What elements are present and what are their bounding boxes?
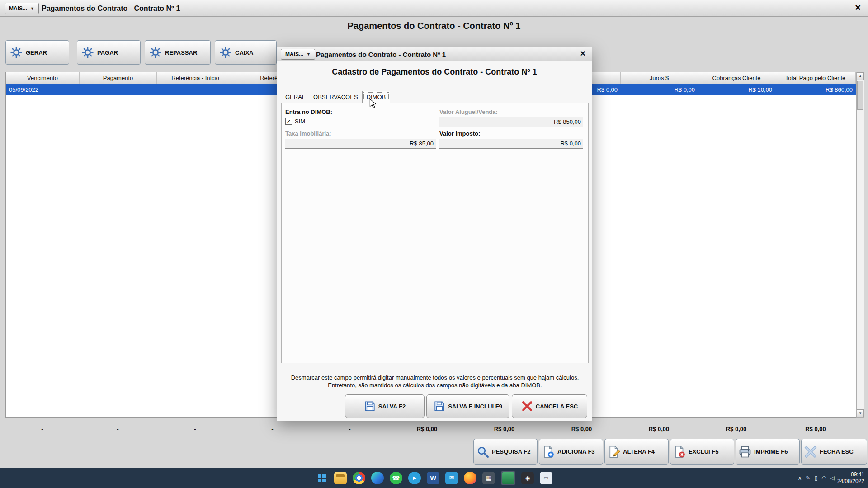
adiciona-button[interactable]: ADICIONA F3	[539, 439, 603, 465]
column-header-juros[interactable]: Juros $	[621, 72, 698, 84]
valor-aluguel-field[interactable]: R$ 850,00	[439, 117, 583, 127]
total-5: R$ 0,00	[388, 423, 466, 435]
edge-icon[interactable]	[371, 472, 384, 484]
salva-button[interactable]: SALVA F2	[345, 394, 425, 418]
caixa-label: CAIXA	[235, 49, 253, 56]
tab-geral[interactable]: GERAL	[281, 91, 309, 103]
pesquisa-button[interactable]: PESQUISA F2	[473, 439, 538, 465]
window-titlebar: MAIS... ▼ Pagamentos do Contrato - Contr…	[0, 0, 868, 17]
erp-app-icon[interactable]	[502, 472, 514, 484]
totals-row: - - - - - R$ 0,00 R$ 0,00 R$ 0,00 R$ 0,0…	[5, 423, 856, 435]
volume-icon[interactable]: ◁	[830, 475, 835, 481]
salva-e-inclui-button[interactable]: SALVA E INCLUI F9	[426, 394, 509, 418]
mais-label: MAIS...	[9, 5, 27, 12]
payment-dialog: MAIS... ▼ Pagamentos do Contrato - Contr…	[277, 47, 592, 421]
firefox-icon[interactable]	[464, 472, 476, 484]
column-header-cobrancas-cliente[interactable]: Cobranças Cliente	[698, 72, 775, 84]
column-header-vencimento[interactable]: Vencimento	[6, 72, 80, 84]
imprime-button[interactable]: IMPRIME F6	[736, 439, 800, 465]
mais-dropdown-button[interactable]: MAIS... ▼	[5, 3, 39, 14]
entra-no-dimob-label: Entra no DIMOB:	[285, 108, 332, 115]
valor-aluguel-label: Valor Aluguel/Venda:	[439, 108, 498, 115]
word-icon[interactable]: W	[427, 472, 439, 484]
pesquisa-label: PESQUISA F2	[492, 448, 530, 455]
column-header-referencia-inicio[interactable]: Referência - Início	[157, 72, 234, 84]
tab-observacoes[interactable]: OBSERVAÇÕES	[309, 91, 362, 103]
search-icon	[476, 445, 490, 459]
scroll-down-icon[interactable]: ▼	[857, 409, 864, 417]
pen-icon[interactable]: ✎	[806, 475, 811, 481]
network-icon[interactable]: ◠	[821, 475, 826, 481]
hidden-icons-icon[interactable]: ∧	[798, 475, 802, 481]
column-header-pagamento[interactable]: Pagamento	[80, 72, 157, 84]
gear-icon	[220, 47, 231, 58]
telegram-icon[interactable]: ▶	[408, 472, 421, 484]
total-referencia-inicio: -	[156, 423, 234, 435]
total-pagamento: -	[79, 423, 156, 435]
monitor-icon[interactable]: ▭	[540, 472, 552, 484]
mouse-cursor	[368, 99, 378, 108]
file-explorer-icon[interactable]	[334, 472, 347, 484]
cancela-label: CANCELA ESC	[536, 403, 578, 410]
chrome-icon[interactable]	[353, 472, 365, 484]
total-referencia: -	[234, 423, 311, 435]
page-title: Pagamentos do Contrato - Contrato Nº 1	[0, 21, 868, 31]
altera-button[interactable]: ALTERA F4	[604, 439, 669, 465]
mail-icon[interactable]: ✉	[445, 472, 458, 484]
cell-total-pago: R$ 860,00	[775, 84, 856, 95]
total-juros: R$ 0,00	[620, 423, 698, 435]
repassar-button[interactable]: REPASSAR	[145, 40, 211, 65]
fecha-button[interactable]: FECHA ESC	[801, 439, 867, 465]
gerar-button[interactable]: GERAR	[5, 40, 69, 65]
save-icon	[364, 400, 376, 412]
cell-juros: R$ 0,00	[621, 84, 698, 95]
caixa-button[interactable]: CAIXA	[215, 40, 277, 65]
taxa-imobiliaria-label: Taxa Imobiliária:	[285, 130, 331, 137]
scrollbar-thumb[interactable]	[857, 81, 863, 110]
total-4: -	[311, 423, 388, 435]
pagar-label: PAGAR	[97, 49, 118, 56]
photos-icon[interactable]: ◉	[521, 472, 534, 484]
window-close-button[interactable]: ×	[855, 2, 861, 14]
repassar-label: REPASSAR	[165, 49, 197, 56]
whatsapp-icon[interactable]: ☎	[390, 472, 402, 484]
total-6: R$ 0,00	[466, 423, 543, 435]
exclui-button[interactable]: EXCLUI F5	[670, 439, 734, 465]
active-app-slot	[501, 471, 515, 485]
fecha-label: FECHA ESC	[820, 448, 854, 455]
valor-imposto-label: Valor Imposto:	[439, 130, 480, 137]
column-header-total-pago[interactable]: Total Pago pelo Cliente	[775, 72, 856, 84]
start-icon[interactable]	[316, 472, 328, 484]
vertical-scrollbar[interactable]: ▲ ▼	[856, 72, 864, 418]
clock-time: 09:41	[851, 471, 864, 478]
sim-checkbox[interactable]: ✓	[285, 118, 292, 125]
printer-icon	[738, 445, 752, 459]
taxa-imobiliaria-field[interactable]: R$ 85,00	[285, 139, 436, 149]
cell-vencimento: 05/09/2022	[6, 84, 80, 95]
dialog-mais-label: MAIS...	[285, 51, 303, 57]
cancela-button[interactable]: CANCELA ESC	[512, 394, 587, 418]
dialog-mais-dropdown-button[interactable]: MAIS... ▼	[281, 49, 315, 60]
battery-icon[interactable]: ▯	[815, 475, 818, 481]
sim-checkbox-row[interactable]: ✓ SIM	[285, 118, 305, 125]
valor-imposto-field[interactable]: R$ 0,00	[439, 139, 583, 149]
taskbar-clock[interactable]: 09:41 24/08/2022	[837, 468, 864, 488]
taskbar-icons: ☎ ▶ W ✉ ▦ ◉ ▭	[316, 468, 552, 488]
imprime-label: IMPRIME F6	[754, 448, 788, 455]
close-x-icon	[804, 445, 817, 459]
gear-icon	[10, 47, 22, 58]
calculator-icon[interactable]: ▦	[482, 472, 495, 484]
scroll-up-icon[interactable]: ▲	[857, 72, 864, 80]
pagar-button[interactable]: PAGAR	[77, 40, 141, 65]
note-line-2: Entretanto, são mantidos os cálculos dos…	[282, 381, 588, 389]
clock-date: 24/08/2022	[837, 478, 864, 485]
cell-referencia-inicio	[157, 84, 234, 95]
add-document-icon	[542, 445, 555, 459]
note-line-1: Desmarcar este campo permitirá digitar m…	[282, 374, 588, 381]
altera-label: ALTERA F4	[623, 448, 655, 455]
dialog-note: Desmarcar este campo permitirá digitar m…	[282, 374, 588, 389]
caret-down-icon: ▼	[307, 52, 311, 56]
dialog-close-button[interactable]: ×	[580, 48, 585, 59]
total-cobrancas-cliente: R$ 0,00	[698, 423, 775, 435]
cancel-x-icon	[521, 400, 533, 412]
